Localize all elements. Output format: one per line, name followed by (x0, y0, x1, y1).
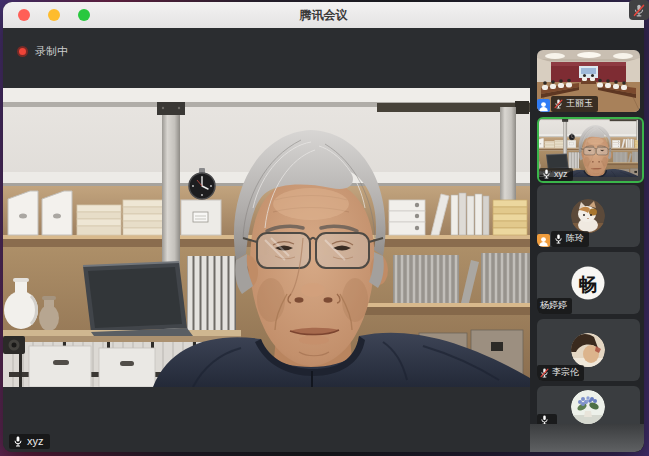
meeting-window: 腾讯会议 xyz 录制中 (3, 2, 644, 452)
recording-dot-icon (17, 46, 28, 57)
sidebar-bottom-panel (530, 424, 644, 452)
window-titlebar[interactable]: 腾讯会议 (3, 2, 644, 29)
recording-indicator: 录制中 (17, 44, 68, 59)
participant-name-tag: 王丽玉 (551, 96, 598, 112)
participants-sidebar[interactable]: 王丽玉 xyz (530, 28, 644, 452)
mic-on-icon (13, 436, 23, 447)
participant-tile-3[interactable]: 陈玲 (537, 185, 640, 247)
app-content: xyz 录制中 (3, 28, 644, 452)
participant-name: 李宗伦 (552, 366, 579, 379)
window-title: 腾讯会议 (3, 7, 644, 24)
mic-on-icon (540, 415, 549, 424)
participant-tile-6[interactable] (537, 386, 640, 424)
svg-text:畅: 畅 (579, 274, 598, 295)
portrait-avatar (571, 333, 605, 367)
mic-on-icon (542, 169, 551, 179)
mic-muted-icon (540, 368, 549, 378)
main-video-name-tag: xyz (9, 434, 50, 449)
participant-name: xyz (554, 169, 568, 179)
main-webcam-video (3, 88, 530, 387)
calligraphy-avatar: 畅 (571, 266, 605, 300)
flowers-avatar (571, 390, 605, 424)
participant-name-tag: 李宗伦 (537, 365, 584, 381)
participant-name: 王丽玉 (566, 97, 593, 110)
person-badge-icon (537, 234, 550, 247)
main-video-name: xyz (27, 435, 44, 447)
recording-label: 录制中 (35, 44, 68, 59)
participants-list[interactable]: 王丽玉 xyz (530, 28, 644, 424)
main-video-tile[interactable]: xyz (3, 28, 530, 452)
participant-tile-4[interactable]: 畅 杨婷婷 (537, 252, 640, 314)
mic-muted-icon (633, 4, 645, 17)
participant-tile-5[interactable]: 李宗伦 (537, 319, 640, 381)
participant-name-tag: xyz (539, 168, 573, 181)
host-person-badge-icon (537, 99, 550, 112)
mic-muted-icon (554, 99, 563, 109)
participant-name-tag: 杨婷婷 (537, 298, 572, 314)
participant-tile-2-active[interactable]: xyz (537, 117, 644, 183)
desktop-background: 腾讯会议 xyz 录制中 (0, 0, 649, 456)
participant-name: 杨婷婷 (540, 299, 567, 312)
system-mic-muted-overlay[interactable] (629, 0, 649, 20)
participant-name: 陈玲 (566, 232, 584, 245)
participant-tile-1[interactable]: 王丽玉 (537, 50, 640, 112)
participant-name-tag (537, 414, 557, 424)
mic-on-icon (554, 234, 563, 244)
participant-name-tag: 陈玲 (551, 231, 589, 247)
cat-avatar (571, 199, 605, 233)
